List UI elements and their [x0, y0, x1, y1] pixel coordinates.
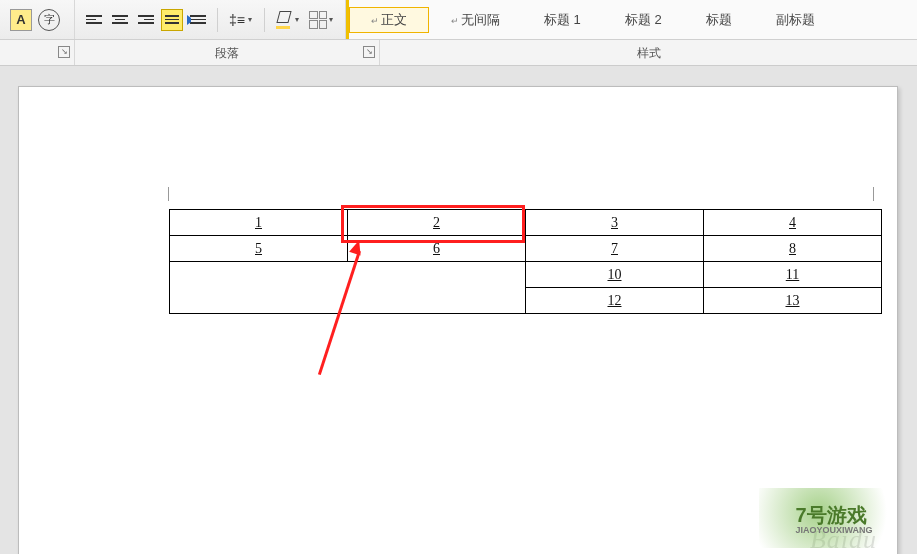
table-cell[interactable]: 1 — [170, 210, 348, 236]
paint-bucket-icon — [274, 11, 294, 29]
table-row: 10 11 — [170, 262, 882, 288]
align-left-icon[interactable] — [83, 9, 105, 31]
table-row: 1 2 3 4 — [170, 210, 882, 236]
chevron-down-icon: ▾ — [248, 15, 256, 24]
font-group-partial: A 字 — [0, 0, 75, 39]
margin-marker-right — [873, 187, 874, 201]
style-label: 标题 2 — [625, 12, 662, 27]
grid-icon — [309, 11, 327, 29]
document-table[interactable]: 1 2 3 4 5 6 7 8 10 11 12 — [169, 209, 882, 314]
table-cell[interactable]: 4 — [704, 210, 882, 236]
table-cell[interactable]: 10 — [526, 262, 704, 288]
table-cell[interactable]: 5 — [170, 236, 348, 262]
style-normal[interactable]: ↵正文 — [349, 7, 429, 33]
style-heading2[interactable]: 标题 2 — [603, 7, 684, 33]
style-label: 无间隔 — [461, 12, 500, 27]
style-no-spacing[interactable]: ↵无间隔 — [429, 7, 522, 33]
paragraph-mark-icon: ↵ — [451, 16, 459, 26]
borders-button[interactable]: ▾ — [307, 9, 337, 31]
shading-button[interactable]: ▾ — [273, 9, 303, 31]
style-label: 副标题 — [776, 12, 815, 27]
align-center-icon[interactable] — [109, 9, 131, 31]
align-right-icon[interactable] — [135, 9, 157, 31]
separator — [217, 8, 218, 32]
table-cell[interactable]: 12 — [526, 288, 704, 314]
styles-group-footer: 样式 — [380, 40, 917, 65]
table-cell[interactable]: 7 — [526, 236, 704, 262]
text-highlight-icon[interactable]: A — [10, 9, 32, 31]
style-label: 正文 — [381, 12, 407, 27]
table-cell[interactable]: 13 — [704, 288, 882, 314]
site-logo: 7号游戏 JIAOYOUXIWANG — [759, 488, 909, 548]
group-label: 段落 — [215, 46, 239, 60]
enclose-char-icon[interactable]: 字 — [38, 9, 60, 31]
style-label: 标题 — [706, 12, 732, 27]
table-cell[interactable]: 8 — [704, 236, 882, 262]
line-spacing-icon: ‡≡ — [229, 12, 245, 28]
group-label: 样式 — [637, 46, 661, 60]
logo-main-text: 7号游戏 — [795, 504, 866, 526]
style-subtitle[interactable]: 副标题 — [754, 7, 837, 33]
dialog-launcher-icon[interactable]: ↘ — [58, 46, 70, 58]
font-group-footer: ↘ — [0, 40, 75, 65]
chevron-down-icon: ▾ — [329, 15, 337, 24]
distribute-icon[interactable] — [187, 9, 209, 31]
separator — [264, 8, 265, 32]
paragraph-group-footer: 段落 ↘ — [75, 40, 380, 65]
table-row: 5 6 7 8 — [170, 236, 882, 262]
ribbon-group-labels: ↘ 段落 ↘ 样式 — [0, 40, 917, 66]
table-cell[interactable]: 6 — [348, 236, 526, 262]
margin-marker-left — [168, 187, 169, 201]
styles-gallery: ↵正文 ↵无间隔 标题 1 标题 2 标题 副标题 — [346, 0, 917, 39]
paragraph-group: ‡≡ ▾ ▾ ▾ — [75, 0, 346, 39]
table-cell[interactable]: 2 — [348, 210, 526, 236]
page[interactable]: 1 2 3 4 5 6 7 8 10 11 12 — [18, 86, 898, 554]
dialog-launcher-icon[interactable]: ↘ — [363, 46, 375, 58]
style-heading1[interactable]: 标题 1 — [522, 7, 603, 33]
chevron-down-icon: ▾ — [295, 15, 303, 24]
style-title[interactable]: 标题 — [684, 7, 754, 33]
logo-sub-text: JIAOYOUXIWANG — [795, 525, 872, 535]
table-cell[interactable]: 11 — [704, 262, 882, 288]
style-label: 标题 1 — [544, 12, 581, 27]
table-wrapper: 1 2 3 4 5 6 7 8 10 11 12 — [169, 209, 882, 314]
table-cell[interactable]: 3 — [526, 210, 704, 236]
line-spacing-button[interactable]: ‡≡ ▾ — [226, 9, 256, 31]
ribbon: A 字 ‡≡ ▾ ▾ ▾ ↵正文 ↵无间隔 标题 1 标题 2 标题 副标题 — [0, 0, 917, 40]
paragraph-mark-icon: ↵ — [371, 16, 379, 26]
document-area: 1 2 3 4 5 6 7 8 10 11 12 — [0, 66, 917, 554]
align-justify-icon[interactable] — [161, 9, 183, 31]
